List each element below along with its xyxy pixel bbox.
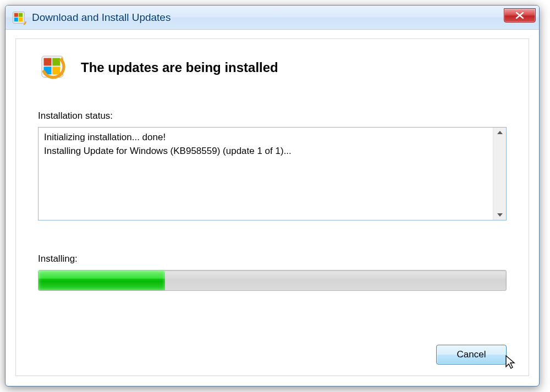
cancel-button-label: Cancel bbox=[457, 349, 486, 360]
windows-update-large-icon bbox=[38, 52, 69, 83]
dialog-window: Download and Install Updates bbox=[5, 5, 540, 387]
scroll-up-icon[interactable] bbox=[497, 131, 503, 134]
titlebar[interactable]: Download and Install Updates bbox=[6, 5, 539, 30]
dialog-heading: The updates are being installed bbox=[81, 60, 278, 75]
scroll-down-icon[interactable] bbox=[497, 213, 503, 217]
button-row: Cancel bbox=[436, 345, 507, 365]
windows-update-icon bbox=[11, 10, 26, 25]
header-row: The updates are being installed bbox=[38, 52, 507, 83]
progress-fill bbox=[38, 270, 165, 290]
dialog-content: The updates are being installed Installa… bbox=[15, 38, 529, 376]
close-button[interactable] bbox=[504, 8, 536, 23]
status-text: Initializing installation... done! Insta… bbox=[38, 128, 493, 220]
status-textbox: Initializing installation... done! Insta… bbox=[38, 127, 507, 220]
close-icon bbox=[515, 12, 524, 19]
scrollbar[interactable] bbox=[493, 128, 506, 220]
window-title: Download and Install Updates bbox=[32, 12, 504, 24]
cancel-button[interactable]: Cancel bbox=[436, 345, 507, 365]
progress-bar bbox=[38, 270, 507, 291]
status-label: Installation status: bbox=[38, 111, 507, 122]
progress-label: Installing: bbox=[38, 253, 507, 264]
